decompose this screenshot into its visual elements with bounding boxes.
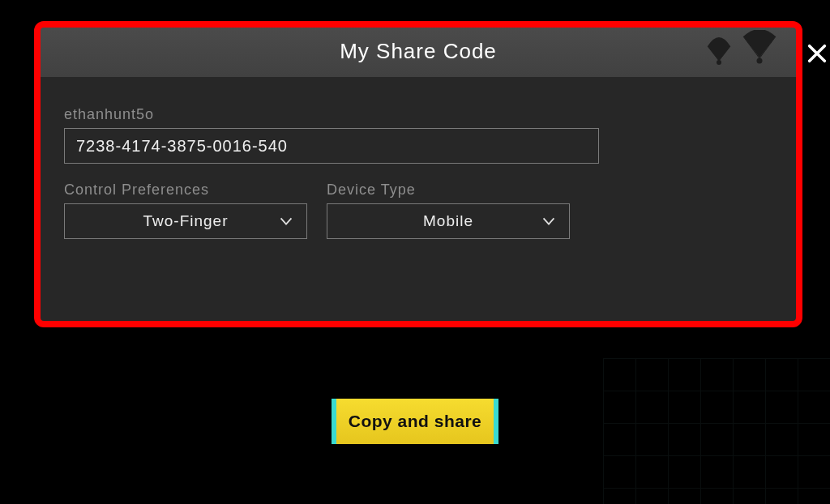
share-code-input[interactable]: 7238-4174-3875-0016-540 xyxy=(64,128,599,164)
device-type-label: Device Type xyxy=(327,182,570,199)
dialog-body: ethanhunt5o 7238-4174-3875-0016-540 Cont… xyxy=(38,77,798,255)
chevron-down-icon xyxy=(540,212,558,230)
dialog-title: My Share Code xyxy=(340,39,497,64)
close-button[interactable] xyxy=(799,36,830,71)
svg-line-2 xyxy=(719,46,730,61)
share-code-value: 7238-4174-3875-0016-540 xyxy=(76,137,288,156)
share-code-dialog: My Share Code ethanhunt5o 7238-4174-3875… xyxy=(37,24,799,324)
chevron-down-icon xyxy=(277,212,295,230)
copy-and-share-label: Copy and share xyxy=(349,412,482,431)
device-type-select[interactable]: Mobile xyxy=(327,203,570,239)
username-label: ethanhunt5o xyxy=(64,106,772,123)
svg-line-4 xyxy=(743,36,759,58)
svg-point-0 xyxy=(717,60,721,65)
svg-line-5 xyxy=(759,36,776,58)
device-type-value: Mobile xyxy=(423,212,473,230)
dialog-header: My Share Code xyxy=(38,25,798,77)
field-row: Control Preferences Two-Finger Device Ty… xyxy=(64,182,772,239)
control-preferences-select[interactable]: Two-Finger xyxy=(64,203,307,239)
svg-line-1 xyxy=(708,46,719,61)
background-grid xyxy=(603,358,830,504)
parachute-decoration-icon xyxy=(695,30,784,72)
device-type-field: Device Type Mobile xyxy=(327,182,570,239)
control-preferences-value: Two-Finger xyxy=(143,212,228,230)
control-preferences-field: Control Preferences Two-Finger xyxy=(64,182,307,239)
control-preferences-label: Control Preferences xyxy=(64,182,307,199)
copy-and-share-button[interactable]: Copy and share xyxy=(332,399,498,444)
svg-point-3 xyxy=(757,58,763,64)
close-icon xyxy=(806,42,828,65)
